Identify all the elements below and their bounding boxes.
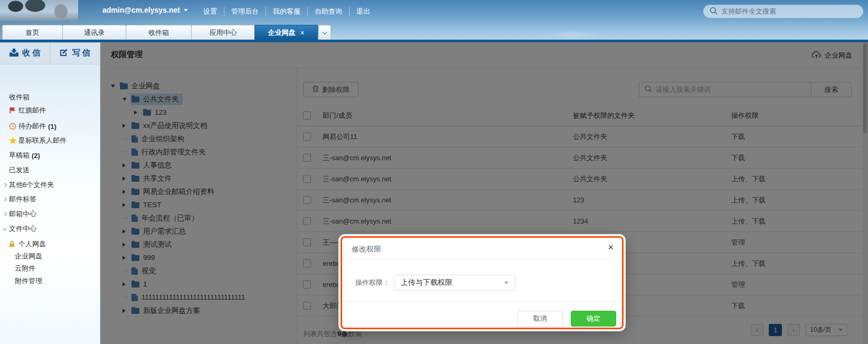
sidebar-item-13[interactable]: 云附件 [3, 263, 35, 274]
chevron-right-icon [3, 197, 7, 201]
dialog-header: 修改权限 × [342, 238, 622, 259]
sidebar-item-label: 已发送 [9, 165, 30, 175]
cancel-button[interactable]: 取消 [517, 311, 563, 327]
star-icon [9, 137, 18, 144]
sidebar-item-label: 企业网盘 [15, 252, 42, 261]
sidebar-item-11[interactable]: 个人网盘 [3, 239, 46, 249]
tab-label: 通讯录 [84, 28, 105, 38]
sidebar-item-label: 星标联系人邮件 [18, 136, 67, 145]
sidebar-item-label: 其他6个文件夹 [9, 180, 54, 190]
tab-1[interactable]: 首页 [2, 25, 63, 40]
tab-label: 应用中心 [210, 28, 237, 38]
sidebar-item-8[interactable]: 邮件标签 [3, 194, 36, 204]
sidebar-item-label: 红旗邮件 [18, 106, 46, 115]
permission-select[interactable]: 上传与下载权限 [394, 275, 515, 291]
tab-label: 收件箱 [148, 28, 169, 38]
search-input[interactable] [721, 7, 848, 15]
topbar-menu-item-1[interactable]: 设置 [196, 7, 224, 16]
topbar-menu-item-3[interactable]: 我的客服 [266, 7, 307, 16]
clock-icon [9, 123, 18, 130]
sidebar-item-6[interactable]: 已发送 [3, 165, 30, 175]
topbar-menu-item-4[interactable]: 自助查询 [307, 7, 349, 16]
sidebar-item-5[interactable]: 草稿箱(2) [3, 150, 40, 161]
sidebar-item-label: 邮件标签 [9, 194, 36, 204]
top-banner: admin@cm.elysys.net 设置管理后台我的客服自助查询退出 首页通… [0, 0, 868, 42]
sidebar-item-label: 个人网盘 [18, 239, 46, 249]
permission-label: 操作权限： [342, 275, 390, 291]
chevron-right-icon [3, 183, 7, 187]
unread-count: (1) [48, 123, 56, 131]
tab-bar: 首页通讯录收件箱应用中心企业网盘× [2, 25, 331, 40]
sidebar-item-label: 附件管理 [15, 276, 42, 286]
tab-4[interactable]: 应用中心 [191, 25, 255, 40]
chevron-right-icon [3, 212, 7, 216]
chevron-down-icon [323, 30, 327, 34]
sidebar-item-14[interactable]: 附件管理 [3, 276, 42, 286]
mail-sidebar: 收 信 写 信 收件箱红旗邮件待办邮件(1)星标联系人邮件草稿箱(2)已发送其他… [0, 42, 100, 344]
arrow-slot [3, 183, 9, 187]
chevron-down-icon [3, 226, 7, 230]
sidebar-item-label: 待办邮件 [18, 122, 46, 131]
receive-mail-button[interactable]: 收 信 [0, 42, 50, 64]
arrow-slot [3, 228, 9, 230]
tab-3[interactable]: 收件箱 [126, 25, 192, 40]
caret-down-icon [504, 282, 508, 284]
sidebar-item-label: 收件箱 [9, 92, 30, 102]
dialog-title: 修改权限 [352, 245, 381, 254]
tab-close-icon[interactable]: × [300, 29, 304, 36]
sidebar-item-label: 草稿箱 [9, 151, 30, 160]
receive-mail-icon [10, 49, 18, 58]
edit-permission-dialog: 修改权限 × 操作权限： 上传与下载权限 取消 确定 [341, 236, 624, 329]
account-email: admin@cm.elysys.net [102, 6, 180, 14]
receive-mail-label: 收 信 [22, 48, 40, 58]
tab-2[interactable]: 通讯录 [62, 25, 126, 40]
confirm-button[interactable]: 确定 [571, 311, 616, 327]
sidebar-item-label: 邮箱中心 [9, 209, 36, 219]
tab-5[interactable]: 企业网盘× [254, 25, 318, 40]
sidebar-item-9[interactable]: 邮箱中心 [3, 209, 36, 219]
sidebar-item-7[interactable]: 其他6个文件夹 [3, 180, 54, 190]
compose-toolbar: 收 信 写 信 [0, 42, 100, 64]
sidebar-item-10[interactable]: 文件中心 [3, 224, 36, 234]
close-icon[interactable]: × [608, 243, 614, 252]
sidebar-item-1[interactable]: 收件箱 [3, 92, 30, 103]
lock-icon [9, 241, 18, 247]
permission-select-value: 上传与下载权限 [401, 278, 452, 287]
sidebar-item-3[interactable]: 待办邮件(1) [3, 121, 56, 132]
logo-image [0, 0, 78, 21]
mail-search[interactable] [703, 5, 863, 18]
tab-overflow-button[interactable] [318, 25, 331, 40]
sidebar-item-4[interactable]: 星标联系人邮件 [3, 135, 67, 146]
sidebar-item-label: 文件中心 [9, 224, 36, 234]
tab-label: 首页 [26, 28, 40, 38]
write-mail-button[interactable]: 写 信 [50, 42, 100, 64]
sidebar-item-2[interactable]: 红旗邮件 [3, 105, 46, 116]
sidebar-item-label: 云附件 [15, 264, 35, 273]
arrow-slot [3, 198, 9, 201]
search-icon [710, 7, 718, 16]
write-mail-label: 写 信 [72, 48, 90, 58]
compose-icon [60, 48, 68, 58]
flag-icon [9, 107, 18, 114]
arrow-slot [3, 212, 9, 216]
chevron-down-icon [184, 9, 188, 12]
topbar-menu-item-2[interactable]: 管理后台 [224, 7, 266, 16]
topbar-menu: 设置管理后台我的客服自助查询退出 [196, 7, 377, 16]
unread-count: (2) [32, 152, 40, 160]
sidebar-item-12[interactable]: 企业网盘 [3, 251, 42, 262]
app-window: admin@cm.elysys.net 设置管理后台我的客服自助查询退出 首页通… [0, 0, 868, 344]
tab-label: 企业网盘 [268, 28, 295, 38]
dialog-footer-divider [342, 301, 622, 302]
account-menu[interactable]: admin@cm.elysys.net [102, 6, 188, 14]
disk-module: 权限管理 企业网盘 企业网盘公共文件夹123xx产品使用说明文档企业组织架构行政… [100, 42, 868, 344]
topbar-menu-item-5[interactable]: 退出 [349, 7, 377, 16]
